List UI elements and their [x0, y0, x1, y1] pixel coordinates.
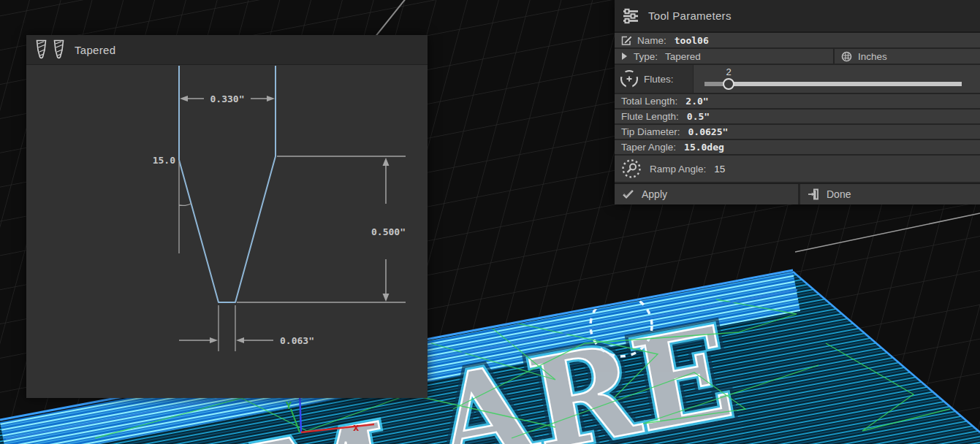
tool-type-select[interactable]: Type: Tapered [615, 49, 833, 64]
flute-length-field[interactable]: Flute Length: 0.5" [615, 110, 980, 123]
taper-angle-label: Taper Angle: [621, 142, 676, 153]
done-label: Done [827, 188, 851, 200]
units-toggle[interactable]: Inches [835, 49, 980, 64]
tool-preview-panel: Tapered [26, 35, 428, 398]
caret-right-icon [621, 52, 628, 61]
tip-diameter-value[interactable]: 0.0625" [688, 126, 729, 137]
flutes-slider-handle[interactable] [723, 78, 734, 90]
flute-length-value[interactable]: 0.5" [687, 111, 710, 122]
dimension-lines [179, 99, 406, 351]
tool-name-field[interactable]: Name: tool06 [615, 33, 980, 47]
dim-shank-diameter: 0.330" [210, 93, 245, 104]
tapered-tool-icon-2 [53, 39, 65, 60]
flute-length-label: Flute Length: [621, 111, 679, 122]
taper-angle-field[interactable]: Taper Angle: 15.0deg [615, 140, 980, 154]
tool-type-value: Tapered [665, 51, 701, 62]
tip-diameter-field[interactable]: Tip Diameter: 0.0625" [615, 125, 980, 139]
flutes-value: 2 [721, 66, 737, 77]
tool-type-label: Type: [634, 51, 658, 62]
tool-name-label: Name: [637, 35, 666, 46]
total-length-field[interactable]: Total Length: 2.0" [615, 94, 980, 108]
units-icon [841, 51, 852, 62]
flutes-cutter-icon [619, 69, 639, 89]
edit-icon [621, 35, 632, 46]
flutes-label: Flutes: [644, 74, 674, 85]
ramp-angle-icon [621, 158, 642, 179]
dim-flute-length: 0.500" [371, 226, 406, 237]
dimension-arrowheads [180, 96, 390, 343]
done-button[interactable]: Done [800, 184, 980, 204]
flutes-row: Flutes: 2 [615, 65, 980, 93]
y-axis-label: Y [286, 399, 292, 411]
tip-diameter-label: Tip Diameter: [621, 126, 680, 137]
apply-button[interactable]: Apply [615, 184, 798, 204]
flutes-label-cell: Flutes: [615, 65, 693, 93]
ramp-angle-label: Ramp Angle: [650, 164, 706, 175]
flutes-slider[interactable]: 2 [694, 65, 980, 93]
dim-taper-angle: 15.0 [153, 155, 175, 166]
tool-parameters-panel: Tool Parameters Name: tool06 Type: Taper… [615, 0, 980, 204]
units-value: Inches [858, 51, 887, 62]
flutes-slider-track[interactable] [704, 82, 962, 86]
tool-profile-diagram: 0.330" 15.0 0.500" 0.063" [26, 65, 428, 398]
tapered-tool-icon [35, 39, 48, 60]
taper-angle-value[interactable]: 15.0deg [684, 142, 724, 153]
sliders-icon [623, 8, 639, 24]
total-length-label: Total Length: [621, 96, 677, 107]
tool-name-value[interactable]: tool06 [675, 35, 709, 46]
check-icon [622, 189, 634, 199]
total-length-value[interactable]: 2.0" [685, 96, 708, 107]
x-axis-label: x [353, 421, 360, 433]
tool-preview-header: Tapered [26, 35, 428, 65]
ramp-angle-value[interactable]: 15 [714, 164, 725, 175]
dim-tip-diameter: 0.063" [280, 335, 314, 346]
tool-parameters-title: Tool Parameters [648, 9, 732, 22]
exit-door-icon [808, 188, 819, 200]
apply-label: Apply [642, 188, 667, 200]
tool-parameters-header: Tool Parameters [615, 0, 980, 33]
tool-preview-title: Tapered [75, 44, 115, 56]
ramp-angle-field[interactable]: Ramp Angle: 15 [615, 156, 980, 182]
